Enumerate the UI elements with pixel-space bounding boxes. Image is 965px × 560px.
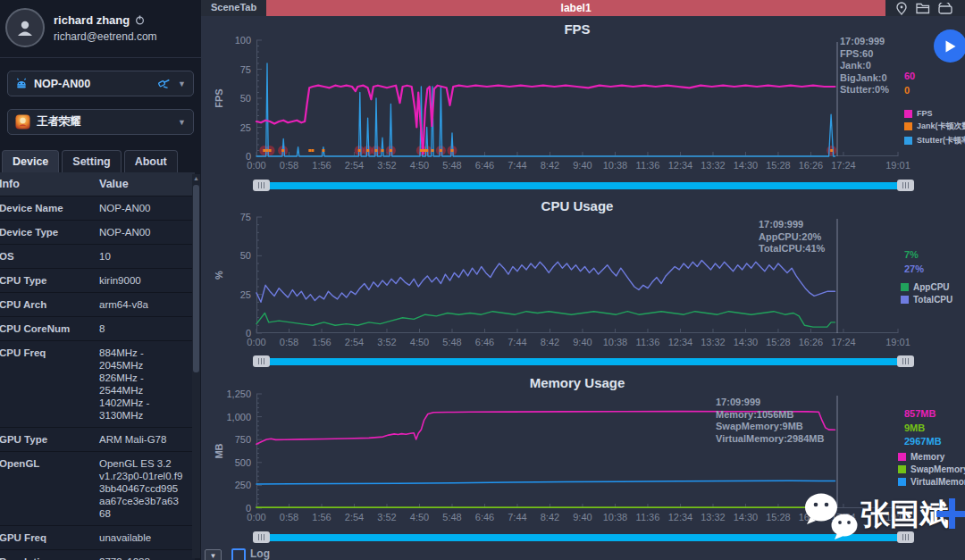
divider — [0, 57, 201, 58]
tooltip-line: 17:09:999 — [716, 397, 824, 409]
table-cell: GPU Freq — [0, 526, 94, 549]
perfdog-window: richard zhang richard@eetrend.com NOP- — [0, 0, 965, 560]
sidebar: richard zhang richard@eetrend.com NOP- — [0, 0, 202, 560]
table-cell: Device Type — [0, 221, 94, 244]
tab-device[interactable]: Device — [2, 150, 59, 173]
legend-swatch — [904, 122, 912, 130]
chart-title: Memory Usage — [256, 375, 898, 390]
table-cell: CPU Freq — [0, 341, 94, 427]
app-selector[interactable]: 王者荣耀 ▼ — [7, 109, 194, 135]
y-tick-label: 1,000 — [205, 412, 251, 422]
table-row: Resolution2772x1288 — [0, 550, 195, 560]
device-name-label: NOP-AN00 — [34, 78, 151, 90]
camera-icon[interactable] — [938, 3, 952, 14]
time-range-scrollbar[interactable] — [253, 531, 914, 543]
avatar — [5, 8, 45, 47]
tooltip-line: AppCPU:20% — [759, 231, 825, 244]
table-cell: GPU Type — [0, 428, 94, 451]
fps-chart: FPS FPS 0:000:581:562:543:524:505:486:46… — [201, 20, 965, 196]
time-range-scrollbar[interactable] — [253, 180, 914, 191]
tooltip-line: BigJank:0 — [840, 72, 889, 85]
label-banner[interactable]: label1 — [266, 0, 885, 16]
x-tick-label: 19:01 — [878, 160, 918, 171]
plot-area[interactable] — [256, 40, 898, 156]
table-row: CPU Freq884MHz - 2045MHz 826MHz - 2544MH… — [0, 341, 195, 428]
table-cell: Device Name — [0, 196, 94, 220]
table-row: OS10 — [0, 245, 195, 269]
legend-item: SwapMemory — [898, 464, 965, 474]
chevron-down-icon[interactable]: ▼ — [178, 118, 186, 127]
scrollbar-track[interactable] — [256, 358, 911, 365]
sidebar-tabs: DeviceSettingAbout — [2, 150, 201, 173]
table-header-value: Value — [94, 172, 195, 196]
range-handle-left[interactable] — [253, 180, 270, 191]
cpu-chart: CPU Usage % 0:000:581:562:543:524:505:48… — [201, 196, 965, 373]
cursor-tooltip: 17:09:999Memory:1056MBSwapMemory:9MBVirt… — [716, 397, 824, 445]
range-handle-right[interactable] — [897, 531, 914, 543]
device-info-table: Info Value Device NameNOP-AN00Device Typ… — [0, 172, 195, 560]
legend-swatch — [901, 296, 909, 304]
usb-connection-icon[interactable] — [157, 78, 172, 89]
y-tick-label: 50 — [205, 93, 251, 104]
person-icon — [15, 18, 35, 38]
y-tick-label: 75 — [205, 212, 251, 222]
user-email: richard@eetrend.com — [54, 30, 157, 43]
range-handle-left[interactable] — [253, 531, 270, 543]
table-row: Device TypeNOP-AN00 — [0, 221, 195, 245]
y-tick-label: 0 — [205, 503, 251, 514]
scroll-up-icon[interactable]: ▲ — [192, 174, 200, 183]
tooltip-line: VirtualMemory:2984MB — [716, 433, 824, 446]
log-checkbox[interactable] — [231, 548, 246, 560]
x-tick-label: 17:24 — [824, 160, 863, 171]
log-checkbox-label: Log — [250, 547, 270, 560]
legend-swatch — [898, 465, 906, 473]
legend-item: TotalCPU — [901, 295, 952, 305]
legend-label: Memory — [910, 452, 944, 462]
y-tick-label: 750 — [205, 434, 251, 445]
table-row: OpenGLOpenGL ES 3.2 v1.r23p0-01rel0.f9 3… — [0, 452, 195, 526]
table-row: GPU TypeARM Mali-G78 — [0, 428, 195, 452]
folder-icon[interactable] — [916, 3, 930, 14]
tab-setting[interactable]: Setting — [62, 150, 121, 173]
table-row: CPU CoreNum8 — [0, 317, 195, 341]
scrollbar-track[interactable] — [256, 534, 911, 541]
power-icon[interactable] — [135, 15, 145, 25]
device-selector[interactable]: NOP-AN00 ▼ — [7, 71, 194, 96]
y-axis-label: % — [214, 271, 224, 280]
time-range-scrollbar[interactable] — [253, 355, 914, 367]
y-tick-label: 100 — [205, 35, 251, 46]
y-tick-label: 250 — [205, 480, 251, 490]
x-tick-label: 17:24 — [824, 337, 863, 347]
legend-label: VirtualMemory — [910, 477, 965, 487]
location-pin-icon[interactable] — [895, 2, 908, 15]
legend-swatch — [898, 478, 906, 486]
range-handle-right[interactable] — [897, 180, 914, 191]
legend-label: Stutter(卡顿率) — [917, 135, 965, 146]
x-tick-label: 17:24 — [824, 512, 863, 522]
table-row: Device NameNOP-AN00 — [0, 196, 195, 221]
tab-about[interactable]: About — [124, 150, 178, 173]
scrollbar-thumb[interactable] — [193, 185, 199, 372]
current-values: 600 — [904, 70, 915, 97]
legend-label: TotalCPU — [913, 295, 952, 305]
table-row: CPU Typekirin9000 — [0, 269, 195, 293]
scrollbar-track[interactable] — [256, 182, 911, 189]
current-value: 27% — [904, 263, 924, 277]
legend-item: VirtualMemory — [898, 477, 965, 487]
chart-legend: AppCPUTotalCPU — [901, 282, 952, 307]
legend-swatch — [898, 453, 906, 461]
legend-item: AppCPU — [901, 282, 952, 292]
range-handle-left[interactable] — [253, 355, 270, 367]
table-cell: 2772x1288 — [94, 550, 195, 560]
table-cell: unavailable — [94, 526, 195, 549]
range-handle-right[interactable] — [897, 355, 914, 367]
table-scrollbar[interactable]: ▲ — [192, 174, 200, 558]
scene-tab[interactable]: SceneTab — [201, 0, 266, 16]
legend-swatch — [901, 283, 909, 291]
cursor-tooltip: 17:09:999FPS:60Jank:0BigJank:0Stutter:0% — [840, 36, 889, 96]
chevron-down-icon[interactable]: ▼ — [178, 79, 186, 88]
table-cell: OpenGL ES 3.2 v1.r23p0-01rel0.f9 3bb4046… — [94, 452, 195, 525]
table-header-row: Info Value — [0, 172, 195, 196]
expand-button[interactable]: ▼ — [205, 549, 222, 560]
android-icon — [15, 78, 28, 90]
